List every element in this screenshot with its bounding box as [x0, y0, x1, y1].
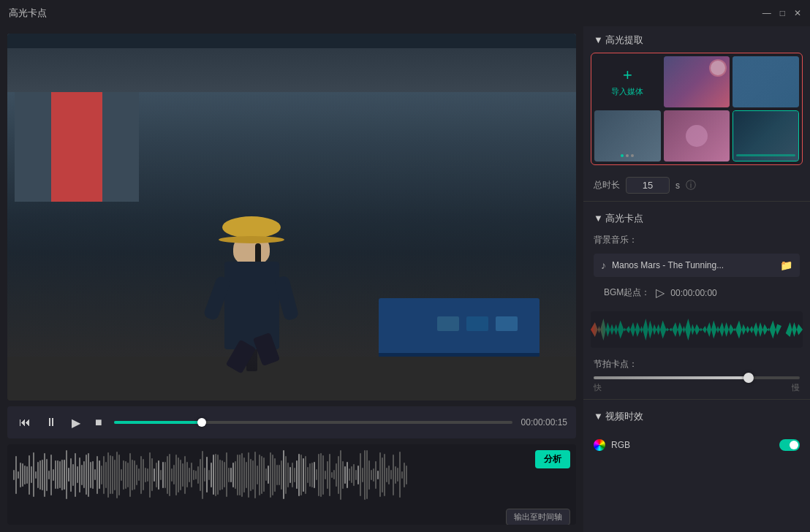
rgb-row: RGB	[594, 435, 800, 455]
media-thumb-3[interactable]	[594, 110, 661, 162]
beat-label: 节拍卡点：	[594, 358, 800, 370]
music-name: Manos Mars - The Tunning...	[612, 260, 774, 270]
beat-fast-label: 快	[594, 382, 602, 393]
video-preview	[7, 34, 576, 400]
progress-fill	[114, 421, 202, 424]
prev-button[interactable]: ⏮	[16, 414, 34, 430]
waveform-panel: 分析 输出至时间轴	[7, 444, 576, 525]
media-grid[interactable]: + 导入媒体	[591, 53, 803, 165]
duration-unit: s	[675, 180, 680, 191]
beat-slider-labels: 快 慢	[594, 382, 800, 393]
import-label: 导入媒体	[611, 86, 643, 97]
analyze-button[interactable]: 分析	[535, 450, 570, 468]
thumb-progress	[621, 154, 634, 157]
app-title: 高光卡点	[9, 7, 47, 20]
divider-1	[583, 201, 810, 202]
duration-row: 总时长 s ⓘ	[583, 172, 810, 198]
video-scene	[7, 34, 576, 400]
audio-wave-panel[interactable]	[591, 311, 803, 348]
media-thumb-4[interactable]	[664, 110, 730, 162]
stop-button[interactable]: ■	[92, 414, 105, 430]
export-button[interactable]: 输出至时间轴	[506, 509, 570, 525]
titlebar: 高光卡点 — □ ✕	[0, 0, 810, 26]
music-track[interactable]: ♪ Manos Mars - The Tunning... 📁	[594, 254, 800, 277]
effects-header: ▼ 视频时效	[583, 403, 810, 429]
music-icon: ♪	[601, 259, 606, 271]
media-thumb-1[interactable]	[664, 56, 730, 107]
import-media-cell[interactable]: + 导入媒体	[594, 56, 661, 107]
left-panel: ⏮ ⏸ ▶ ■ 00:00:00:15 分析 输出至时间轴	[0, 26, 583, 532]
effects-label: ▼ 视频时效	[594, 410, 643, 423]
effects-section: RGB	[583, 429, 810, 458]
window-controls: — □ ✕	[762, 9, 801, 18]
media-thumb-5[interactable]	[733, 110, 799, 162]
rgb-dot-icon	[594, 439, 605, 451]
bgm-play-button[interactable]: ▷	[656, 286, 665, 300]
folder-icon[interactable]: 📁	[780, 259, 792, 271]
pause-button[interactable]: ⏸	[42, 414, 60, 430]
beat-slow-label: 慢	[792, 382, 800, 393]
progress-bar[interactable]	[114, 421, 512, 424]
main-layout: ⏮ ⏸ ▶ ■ 00:00:00:15 分析 输出至时间轴 ▼ 高光提取	[0, 26, 810, 532]
bgm-time: 00:00:00:00	[670, 288, 716, 298]
rgb-toggle[interactable]	[779, 439, 800, 451]
highlight-extract-label: ▼ 高光提取	[594, 34, 643, 47]
beat-section: 节拍卡点： 快 慢	[583, 352, 810, 396]
highlight-section: 背景音乐： ♪ Manos Mars - The Tunning... 📁 BG…	[583, 231, 810, 307]
beat-slider-fill	[594, 376, 749, 379]
divider-2	[583, 399, 810, 400]
right-panel: ▼ 高光提取 + 导入媒体	[583, 26, 810, 532]
highlight-section-label: ▼ 高光卡点	[594, 212, 643, 225]
play-button[interactable]: ▶	[69, 414, 83, 431]
export-row: 输出至时间轴	[7, 506, 576, 525]
import-plus-icon: +	[623, 67, 632, 83]
rgb-label: RGB	[611, 440, 630, 450]
bgm-start-label: BGM起点：	[604, 286, 650, 299]
help-icon[interactable]: ⓘ	[686, 179, 696, 192]
maximize-button[interactable]: □	[780, 9, 785, 18]
rgb-toggle-thumb	[790, 441, 798, 449]
time-display: 00:00:00:15	[521, 417, 567, 428]
progress-thumb	[197, 418, 206, 427]
beat-slider[interactable]	[594, 376, 800, 379]
bg-music-label: 背景音乐：	[594, 234, 800, 249]
duration-label: 总时长	[594, 179, 620, 191]
highlight-extract-header: ▼ 高光提取	[583, 26, 810, 53]
duration-input[interactable]	[626, 177, 670, 194]
playback-controls: ⏮ ⏸ ▶ ■ 00:00:00:15	[7, 406, 576, 438]
bgm-start-row: BGM起点： ▷ 00:00:00:00	[594, 283, 800, 303]
beat-slider-thumb[interactable]	[743, 373, 754, 383]
media-thumb-2[interactable]	[733, 56, 799, 107]
audio-wave-fill	[591, 311, 803, 348]
waveform-display	[7, 444, 576, 506]
highlight-section-header: ▼ 高光卡点	[583, 205, 810, 231]
close-button[interactable]: ✕	[794, 9, 801, 18]
minimize-button[interactable]: —	[762, 9, 771, 18]
